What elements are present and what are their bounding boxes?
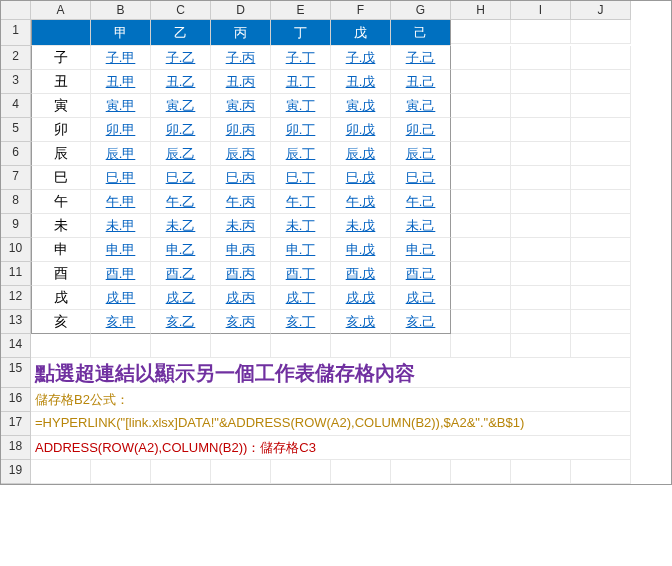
cell-D9[interactable]: 未.丙 [211,214,271,238]
cell-A11[interactable]: 酉 [31,262,91,286]
cell-B11[interactable]: 酉.甲 [91,262,151,286]
cell-J2[interactable] [571,46,631,70]
cell-G19[interactable] [391,460,451,484]
cell-E12[interactable]: 戌.丁 [271,286,331,310]
row-header-18[interactable]: 18 [1,436,31,460]
cell-A12[interactable]: 戌 [31,286,91,310]
cell-I1[interactable] [511,20,571,44]
column-header-J[interactable]: J [571,1,631,20]
cell-E7[interactable]: 巳.丁 [271,166,331,190]
cell-C14[interactable] [151,334,211,358]
cell-H14[interactable] [451,334,511,358]
cell-A8[interactable]: 午 [31,190,91,214]
row-header-13[interactable]: 13 [1,310,31,334]
cell-H7[interactable] [451,166,511,190]
cell-C3[interactable]: 丑.乙 [151,70,211,94]
cell-C9[interactable]: 未.乙 [151,214,211,238]
cell-F5[interactable]: 卯.戊 [331,118,391,142]
cell-F11[interactable]: 酉.戊 [331,262,391,286]
cell-B10[interactable]: 申.甲 [91,238,151,262]
cell-E10[interactable]: 申.丁 [271,238,331,262]
cell-E3[interactable]: 丑.丁 [271,70,331,94]
cell-H5[interactable] [451,118,511,142]
cell-F2[interactable]: 子.戊 [331,46,391,70]
cell-B6[interactable]: 辰.甲 [91,142,151,166]
cell-I2[interactable] [511,46,571,70]
row-header-2[interactable]: 2 [1,46,31,70]
cell-J3[interactable] [571,70,631,94]
cell-J11[interactable] [571,262,631,286]
cell-H1[interactable] [451,20,511,44]
cell-I3[interactable] [511,70,571,94]
cell-G6[interactable]: 辰.己 [391,142,451,166]
cell-A1[interactable] [31,20,91,46]
cell-C7[interactable]: 巳.乙 [151,166,211,190]
column-header-D[interactable]: D [211,1,271,20]
cell-G13[interactable]: 亥.己 [391,310,451,334]
cell-J4[interactable] [571,94,631,118]
cell-I6[interactable] [511,142,571,166]
cell-G14[interactable] [391,334,451,358]
cell-B9[interactable]: 未.甲 [91,214,151,238]
cell-B19[interactable] [91,460,151,484]
cell-G3[interactable]: 丑.己 [391,70,451,94]
row-header-10[interactable]: 10 [1,238,31,262]
column-header-A[interactable]: A [31,1,91,20]
cell-I8[interactable] [511,190,571,214]
cell-D6[interactable]: 辰.丙 [211,142,271,166]
cell-C13[interactable]: 亥.乙 [151,310,211,334]
cell-C11[interactable]: 酉.乙 [151,262,211,286]
cell-E5[interactable]: 卯.丁 [271,118,331,142]
cell-G7[interactable]: 巳.己 [391,166,451,190]
cell-H9[interactable] [451,214,511,238]
cell-C4[interactable]: 寅.乙 [151,94,211,118]
cell-A4[interactable]: 寅 [31,94,91,118]
row-header-16[interactable]: 16 [1,388,31,412]
cell-C5[interactable]: 卯.乙 [151,118,211,142]
cell-J5[interactable] [571,118,631,142]
cell-H2[interactable] [451,46,511,70]
row-header-4[interactable]: 4 [1,94,31,118]
cell-B2[interactable]: 子.甲 [91,46,151,70]
row-header-6[interactable]: 6 [1,142,31,166]
cell-G12[interactable]: 戌.己 [391,286,451,310]
cell-E19[interactable] [271,460,331,484]
cell-G1[interactable]: 己 [391,20,451,46]
select-all-corner[interactable] [1,1,31,20]
cell-F6[interactable]: 辰.戊 [331,142,391,166]
cell-D3[interactable]: 丑.丙 [211,70,271,94]
column-header-I[interactable]: I [511,1,571,20]
cell-C2[interactable]: 子.乙 [151,46,211,70]
cell-H4[interactable] [451,94,511,118]
cell-D5[interactable]: 卯.丙 [211,118,271,142]
cell-B5[interactable]: 卯.甲 [91,118,151,142]
cell-D1[interactable]: 丙 [211,20,271,46]
column-header-C[interactable]: C [151,1,211,20]
row-header-3[interactable]: 3 [1,70,31,94]
cell-D10[interactable]: 申.丙 [211,238,271,262]
cell-I7[interactable] [511,166,571,190]
cell-A14[interactable] [31,334,91,358]
cell-F19[interactable] [331,460,391,484]
cell-I11[interactable] [511,262,571,286]
row-header-5[interactable]: 5 [1,118,31,142]
cell-F10[interactable]: 申.戊 [331,238,391,262]
cell-D19[interactable] [211,460,271,484]
cell-E11[interactable]: 酉.丁 [271,262,331,286]
cell-E2[interactable]: 子.丁 [271,46,331,70]
cell-H8[interactable] [451,190,511,214]
cell-B8[interactable]: 午.甲 [91,190,151,214]
cell-I10[interactable] [511,238,571,262]
cell-A3[interactable]: 丑 [31,70,91,94]
row-header-17[interactable]: 17 [1,412,31,436]
cell-I5[interactable] [511,118,571,142]
cell-J7[interactable] [571,166,631,190]
cell-F14[interactable] [331,334,391,358]
cell-B12[interactable]: 戌.甲 [91,286,151,310]
spreadsheet-grid[interactable]: ABCDEFGHIJ1甲乙丙丁戊己2子子.甲子.乙子.丙子.丁子.戊子.己3丑丑… [0,0,672,485]
cell-E8[interactable]: 午.丁 [271,190,331,214]
cell-I13[interactable] [511,310,571,334]
cell-H19[interactable] [451,460,511,484]
cell-D7[interactable]: 巳.丙 [211,166,271,190]
row-header-8[interactable]: 8 [1,190,31,214]
